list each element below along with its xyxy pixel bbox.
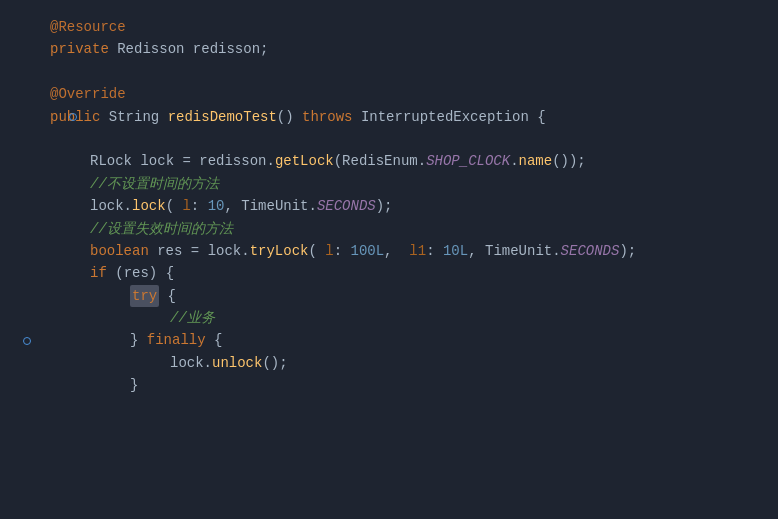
num-10: 10 <box>208 195 225 217</box>
code-line-10: //设置失效时间的方法 <box>50 218 778 240</box>
code-line-9: lock.lock( l: 10, TimeUnit.SECONDS); <box>50 195 778 217</box>
method-name: name <box>519 150 553 172</box>
breakpoint-dot[interactable] <box>69 113 77 121</box>
var-lock: lock <box>140 150 182 172</box>
comment-2: //设置失效时间的方法 <box>90 218 233 240</box>
var-res2: res <box>124 262 149 284</box>
enum-shop-clock: SHOP_CLOCK <box>426 150 510 172</box>
code-line-14: //业务 <box>50 307 778 329</box>
type-string: String <box>109 106 168 128</box>
code-line-6 <box>50 128 778 150</box>
type-rlock: RLock <box>90 150 140 172</box>
code-line-11: boolean res = lock.tryLock( l: 100L, l1:… <box>50 240 778 262</box>
code-line-15: } finally { <box>50 329 778 351</box>
type-redisenum: RedisEnum <box>342 150 418 172</box>
param-l1: l1 <box>409 240 426 262</box>
param-l: l <box>182 195 190 217</box>
method-redisDemoTest: redisDemoTest <box>168 106 277 128</box>
var-res: res <box>157 240 191 262</box>
breakpoint-dot-2[interactable] <box>23 337 31 345</box>
code-line-1: @Resource <box>50 16 778 38</box>
kw-throws: throws <box>302 106 361 128</box>
comment-1: //不设置时间的方法 <box>90 173 219 195</box>
code-line-4: @Override <box>50 83 778 105</box>
var-lock2: lock <box>90 195 124 217</box>
closing-brace: } <box>130 374 138 396</box>
comment-3: //业务 <box>170 307 215 329</box>
kw-finally: finally <box>147 329 206 351</box>
gutter-dot-5 <box>50 113 96 121</box>
num-10L: 10L <box>443 240 468 262</box>
method-tryLock: tryLock <box>250 240 309 262</box>
code-editor: @Resource private Redisson redisson; @Ov… <box>0 0 778 413</box>
code-line-3 <box>50 61 778 83</box>
enum-seconds: SECONDS <box>317 195 376 217</box>
code-line-16: lock.unlock(); <box>50 352 778 374</box>
type-interruptedexception: InterruptedException <box>361 106 537 128</box>
code-line-13: try { <box>50 285 778 307</box>
code-line-2: private Redisson redisson; <box>50 38 778 60</box>
method-lock: lock <box>132 195 166 217</box>
type-redisson: Redisson <box>117 38 193 60</box>
code-line-5: public String redisDemoTest() throws Int… <box>50 106 778 128</box>
var-lock3: lock <box>208 240 242 262</box>
var-redisson2: redisson <box>199 150 266 172</box>
code-line-17: } <box>50 374 778 396</box>
kw-try-highlighted: try <box>130 285 159 307</box>
param-l2: l <box>325 240 333 262</box>
code-line-8: //不设置时间的方法 <box>50 173 778 195</box>
type-timeunit2: TimeUnit <box>485 240 552 262</box>
annotation-resource: @Resource <box>50 16 126 38</box>
enum-seconds2: SECONDS <box>561 240 620 262</box>
method-unlock: unlock <box>212 352 262 374</box>
kw-boolean: boolean <box>90 240 157 262</box>
code-line-7: RLock lock = redisson.getLock(RedisEnum.… <box>50 150 778 172</box>
gutter-dot-15 <box>4 337 50 345</box>
code-line-12: if (res) { <box>50 262 778 284</box>
annotation-override: @Override <box>50 83 126 105</box>
type-timeunit: TimeUnit <box>241 195 308 217</box>
num-100L: 100L <box>351 240 385 262</box>
method-getLock: getLock <box>275 150 334 172</box>
kw-if: if <box>90 262 115 284</box>
keyword-private: private <box>50 38 117 60</box>
var-redisson: redisson <box>193 38 260 60</box>
var-lock4: lock <box>170 352 204 374</box>
